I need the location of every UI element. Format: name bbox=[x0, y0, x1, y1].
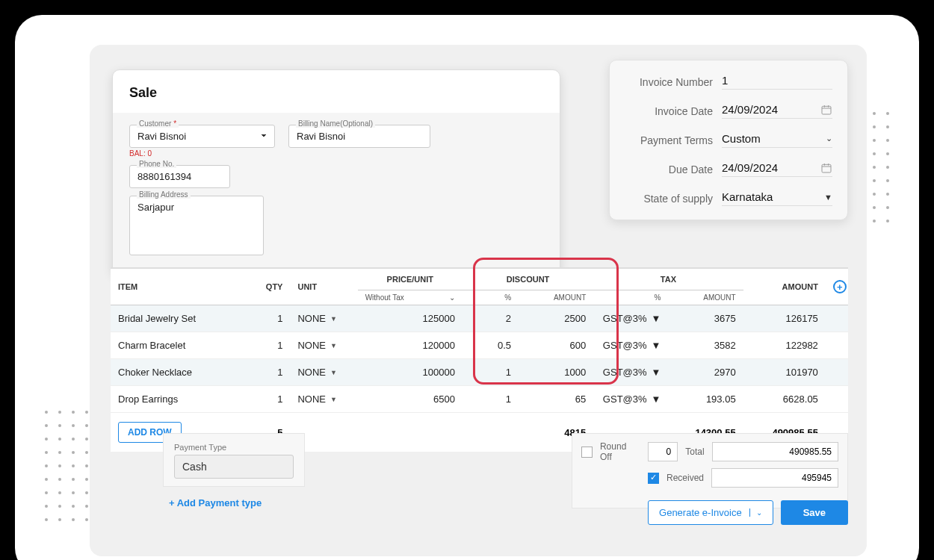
caret-down-icon[interactable]: ▼ bbox=[652, 393, 661, 405]
cell-tax-amt[interactable]: 193.05 bbox=[668, 386, 743, 413]
caret-down-icon[interactable]: ▼ bbox=[652, 313, 661, 324]
cell-unit[interactable]: NONE▼ bbox=[290, 386, 357, 413]
received-input[interactable] bbox=[711, 468, 838, 488]
caret-down-icon[interactable]: ▼ bbox=[330, 396, 337, 403]
cell-price[interactable]: 125000 bbox=[358, 305, 463, 332]
caret-down-icon[interactable]: ▼ bbox=[652, 367, 661, 378]
col-disc-amt: AMOUNT bbox=[519, 290, 593, 305]
state-supply-select[interactable] bbox=[722, 190, 818, 203]
payment-type-select[interactable]: Cash bbox=[174, 455, 294, 479]
svg-rect-1 bbox=[822, 164, 831, 172]
cell-price[interactable]: 100000 bbox=[358, 359, 463, 386]
round-off-input[interactable] bbox=[648, 442, 678, 461]
cell-tax-amt[interactable]: 3582 bbox=[668, 332, 743, 359]
invoice-number-input[interactable] bbox=[722, 74, 832, 87]
invoice-card: Invoice Number Invoice Date Payment Term… bbox=[609, 60, 848, 220]
cell-disc-pct[interactable]: 1 bbox=[463, 359, 519, 386]
cell-item[interactable]: Choker Necklace bbox=[111, 359, 223, 386]
cell-disc-amt[interactable]: 2500 bbox=[519, 305, 593, 332]
total-value bbox=[712, 442, 838, 461]
cell-tax-pct[interactable]: GST@3%▼ bbox=[593, 305, 668, 332]
cell-unit[interactable]: NONE▼ bbox=[290, 332, 357, 359]
caret-down-icon[interactable]: ▼ bbox=[330, 342, 337, 349]
cell-tax-pct[interactable]: GST@3%▼ bbox=[593, 386, 668, 413]
received-checkbox[interactable] bbox=[648, 473, 659, 484]
cell-price[interactable]: 6500 bbox=[358, 386, 463, 413]
cell-qty[interactable]: 1 bbox=[223, 332, 290, 359]
save-button[interactable]: Save bbox=[781, 500, 848, 525]
cell-disc-amt[interactable]: 600 bbox=[519, 332, 593, 359]
cell-disc-pct[interactable]: 0.5 bbox=[463, 332, 519, 359]
customer-balance: BAL: 0 bbox=[129, 149, 275, 158]
cell-price[interactable]: 120000 bbox=[358, 332, 463, 359]
tax-mode-select[interactable]: Without Tax⌄ bbox=[365, 293, 455, 302]
cell-qty[interactable]: 1 bbox=[223, 359, 290, 386]
caret-down-icon[interactable]: ▼ bbox=[330, 369, 337, 376]
caret-down-icon[interactable]: ▼ bbox=[824, 193, 832, 202]
col-tax-amt: AMOUNT bbox=[668, 290, 743, 305]
phone-input[interactable] bbox=[129, 165, 230, 188]
table-row[interactable]: Charm Bracelet 1 NONE▼ 120000 0.5 600 GS… bbox=[111, 332, 848, 359]
billing-address-input[interactable]: Sarjapur bbox=[129, 196, 264, 255]
cell-item[interactable]: Drop Earrings bbox=[111, 386, 223, 413]
cell-disc-pct[interactable]: 1 bbox=[463, 386, 519, 413]
cell-disc-amt[interactable]: 65 bbox=[519, 386, 593, 413]
add-column-icon[interactable]: + bbox=[833, 280, 847, 293]
calendar-icon[interactable] bbox=[820, 104, 832, 116]
invoice-date-input[interactable] bbox=[722, 103, 814, 116]
generate-einvoice-button[interactable]: Generate e-Invoice⌄ bbox=[648, 500, 773, 525]
col-discount: DISCOUNT bbox=[463, 269, 593, 290]
cell-item[interactable]: Bridal Jewelry Set bbox=[111, 305, 223, 332]
cell-amount[interactable]: 126175 bbox=[743, 305, 826, 332]
cell-tax-amt[interactable]: 2970 bbox=[668, 359, 743, 386]
cell-tax-pct[interactable]: GST@3%▼ bbox=[593, 332, 668, 359]
state-supply-label: State of supply bbox=[625, 193, 713, 205]
caret-down-icon[interactable]: ▼ bbox=[330, 315, 337, 323]
payment-terms-label: Payment Terms bbox=[625, 134, 713, 146]
total-label: Total bbox=[685, 447, 704, 457]
table-row[interactable]: Choker Necklace 1 NONE▼ 100000 1 1000 GS… bbox=[111, 359, 848, 386]
invoice-number-label: Invoice Number bbox=[625, 76, 713, 88]
cell-disc-pct[interactable]: 2 bbox=[463, 305, 519, 332]
payment-type-label: Payment Type bbox=[174, 443, 294, 452]
svg-rect-0 bbox=[822, 106, 831, 114]
sale-card: Sale Customer * Ravi Bisnoi BAL: 0 Billi… bbox=[112, 69, 560, 276]
cell-qty[interactable]: 1 bbox=[223, 305, 290, 332]
cell-unit[interactable]: NONE▼ bbox=[290, 305, 357, 332]
calendar-icon[interactable] bbox=[820, 162, 832, 174]
payment-type-box: Payment Type Cash bbox=[163, 433, 305, 487]
customer-label: Customer * bbox=[137, 119, 179, 128]
cell-disc-amt[interactable]: 1000 bbox=[519, 359, 593, 386]
col-item: ITEM bbox=[111, 269, 223, 305]
sale-title: Sale bbox=[129, 85, 543, 101]
cell-amount[interactable]: 101970 bbox=[743, 359, 826, 386]
col-qty: QTY bbox=[223, 269, 290, 305]
table-row[interactable]: Bridal Jewelry Set 1 NONE▼ 125000 2 2500… bbox=[111, 305, 848, 332]
payment-terms-select[interactable] bbox=[722, 132, 820, 145]
chevron-down-icon[interactable]: ⌄ bbox=[826, 134, 832, 143]
add-payment-type-button[interactable]: Add Payment type bbox=[169, 497, 305, 508]
table-row[interactable]: Drop Earrings 1 NONE▼ 6500 1 65 GST@3%▼ … bbox=[111, 386, 848, 413]
caret-down-icon[interactable]: ▼ bbox=[652, 340, 661, 351]
round-off-label: Round Off bbox=[600, 441, 640, 462]
billing-name-input[interactable] bbox=[288, 125, 430, 148]
billing-address-label: Billing Address bbox=[137, 190, 191, 199]
cell-tax-pct[interactable]: GST@3%▼ bbox=[593, 359, 668, 386]
col-tax: TAX bbox=[593, 269, 743, 290]
round-off-checkbox[interactable] bbox=[581, 447, 593, 458]
col-tax-pct: % bbox=[593, 290, 668, 305]
cell-tax-amt[interactable]: 3675 bbox=[668, 305, 743, 332]
cell-qty[interactable]: 1 bbox=[223, 386, 290, 413]
col-price: PRICE/UNIT bbox=[358, 269, 463, 290]
cell-amount[interactable]: 6628.05 bbox=[743, 386, 826, 413]
cell-unit[interactable]: NONE▼ bbox=[290, 359, 357, 386]
col-disc-pct: % bbox=[463, 290, 519, 305]
due-date-input[interactable] bbox=[722, 161, 814, 174]
due-date-label: Due Date bbox=[625, 164, 713, 175]
chevron-down-icon[interactable]: ⌄ bbox=[749, 508, 762, 517]
cell-amount[interactable]: 122982 bbox=[743, 332, 826, 359]
cell-item[interactable]: Charm Bracelet bbox=[111, 332, 223, 359]
customer-select[interactable]: Ravi Bisnoi bbox=[129, 125, 275, 148]
line-items-table: ITEM QTY UNIT PRICE/UNIT DISCOUNT TAX AM… bbox=[111, 267, 848, 452]
col-unit: UNIT bbox=[290, 269, 357, 305]
